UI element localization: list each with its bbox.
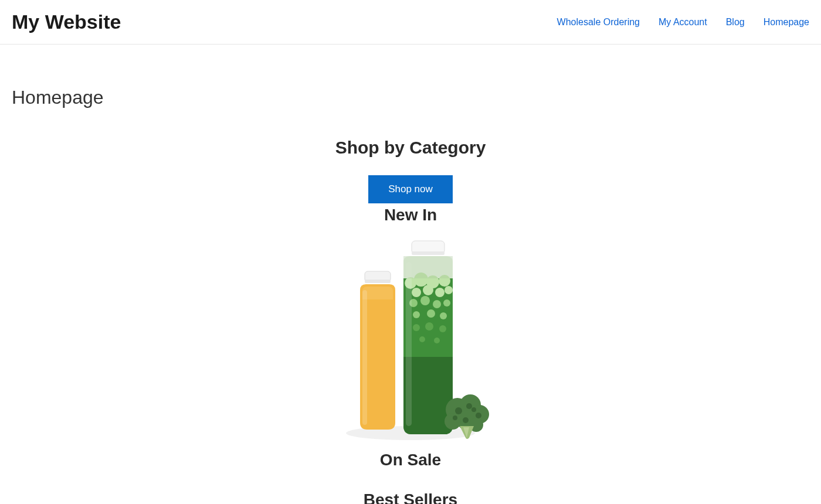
page-content: Homepage Shop by Category Shop now New I… [0, 87, 821, 504]
svg-rect-2 [365, 280, 391, 283]
svg-point-36 [466, 403, 472, 409]
nav-link-homepage[interactable]: Homepage [764, 17, 809, 28]
svg-point-13 [445, 286, 453, 294]
svg-point-21 [413, 324, 420, 331]
svg-point-17 [443, 299, 450, 307]
svg-point-40 [453, 416, 457, 420]
svg-point-24 [419, 336, 425, 342]
svg-rect-27 [406, 262, 412, 426]
svg-point-18 [413, 311, 420, 318]
svg-point-10 [412, 288, 421, 297]
section-heading-best-sellers: Best Sellers [364, 491, 457, 504]
svg-point-16 [433, 300, 441, 308]
product-image-juice-bottles [328, 234, 493, 445]
svg-point-37 [476, 413, 481, 418]
section-heading-new-in: New In [384, 206, 437, 224]
section-heading-shop-by-category: Shop by Category [335, 138, 486, 158]
svg-rect-3 [362, 290, 367, 425]
svg-rect-28 [403, 256, 453, 278]
main-nav: Wholesale Ordering My Account Blog Homep… [557, 17, 809, 28]
section-heading-on-sale: On Sale [380, 451, 441, 469]
nav-link-blog[interactable]: Blog [726, 17, 745, 28]
shop-now-button[interactable]: Shop now [368, 175, 453, 203]
site-title: My Website [12, 11, 121, 33]
svg-point-35 [455, 407, 462, 414]
site-header: My Website Wholesale Ordering My Account… [0, 0, 821, 45]
svg-point-23 [439, 325, 446, 332]
svg-point-38 [463, 417, 469, 423]
svg-point-33 [445, 413, 461, 430]
svg-point-11 [423, 285, 433, 295]
svg-point-25 [434, 338, 440, 343]
svg-rect-5 [412, 251, 445, 255]
svg-point-39 [471, 407, 476, 412]
svg-point-19 [427, 309, 435, 318]
nav-link-wholesale-ordering[interactable]: Wholesale Ordering [557, 17, 640, 28]
svg-point-15 [420, 296, 430, 305]
main-column: Shop by Category Shop now New In [12, 138, 809, 504]
nav-link-my-account[interactable]: My Account [659, 17, 707, 28]
svg-point-20 [440, 312, 447, 319]
svg-point-22 [425, 322, 433, 331]
svg-point-12 [435, 288, 445, 297]
page-title: Homepage [12, 87, 809, 108]
